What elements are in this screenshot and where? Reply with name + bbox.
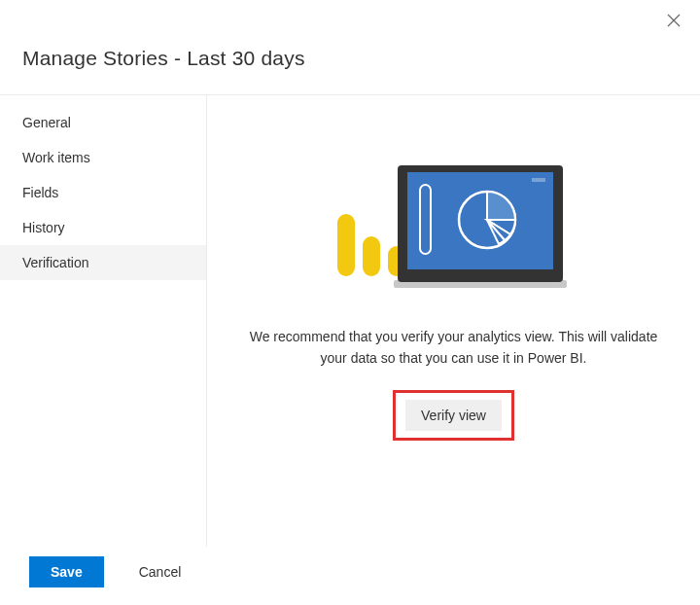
- bar-chart-icon: [337, 214, 355, 276]
- sidebar-item-general[interactable]: General: [0, 105, 206, 140]
- footer: Save Cancel: [29, 556, 202, 587]
- bar-chart-icon: [363, 236, 380, 276]
- main-panel: We recommend that you verify your analyt…: [207, 95, 700, 547]
- verify-view-button[interactable]: Verify view: [405, 400, 502, 431]
- verification-description: We recommend that you verify your analyt…: [245, 327, 663, 369]
- close-icon[interactable]: [667, 14, 681, 27]
- sidebar-item-verification[interactable]: Verification: [0, 245, 206, 280]
- save-button[interactable]: Save: [29, 556, 104, 587]
- sidebar-item-fields[interactable]: Fields: [0, 175, 206, 210]
- sidebar-item-history[interactable]: History: [0, 210, 206, 245]
- pie-chart-icon: [456, 189, 518, 251]
- sidebar-item-work-items[interactable]: Work items: [0, 140, 206, 175]
- cancel-button[interactable]: Cancel: [118, 556, 203, 587]
- analytics-illustration: [337, 159, 571, 290]
- verify-highlight: Verify view: [393, 390, 514, 441]
- sidebar: General Work items Fields History Verifi…: [0, 95, 207, 547]
- tablet-icon: [394, 165, 567, 288]
- page-title: Manage Stories - Last 30 days: [0, 0, 700, 70]
